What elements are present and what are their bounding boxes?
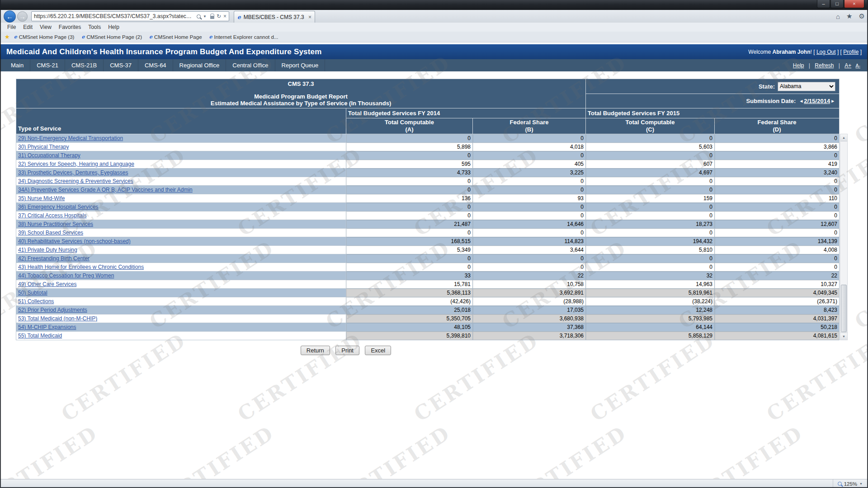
tab-close-icon[interactable]: × xyxy=(308,14,311,20)
table-row: 50) Subtotal5,368,1133,692,8915,819,9614… xyxy=(16,289,840,297)
service-link[interactable]: 32) Services for Speech, Hearing and Lan… xyxy=(18,161,134,167)
stop-icon[interactable]: × xyxy=(223,13,226,19)
menu-item-tools[interactable]: Tools xyxy=(85,24,104,30)
value-cell: 22 xyxy=(715,272,840,280)
scrollbar-down-button[interactable]: ▼ xyxy=(840,333,847,340)
address-bar[interactable]: https://65.220.21.9/MBESCBES/CMS37/CMS37… xyxy=(31,11,229,21)
service-link[interactable]: 52) Prior Period Adjustments xyxy=(18,307,87,313)
service-link[interactable]: 34) Diagnostic Screening & Preventive Se… xyxy=(18,178,133,184)
home-icon[interactable]: ⌂ xyxy=(836,13,840,20)
nav-item-cms-21[interactable]: CMS-21 xyxy=(30,59,65,71)
favorites-item-label: Internet Explorer cannot d... xyxy=(214,34,278,40)
favorites-star-icon[interactable]: ★ xyxy=(5,33,10,40)
back-button[interactable]: ← xyxy=(4,10,16,23)
favorites-bar-item[interactable]: eCMSnet Home Page xyxy=(149,34,202,40)
nav-item-cms-37[interactable]: CMS-37 xyxy=(104,59,138,71)
window-titlebar: – □ × xyxy=(0,0,868,10)
menu-item-file[interactable]: File xyxy=(4,24,19,30)
service-link[interactable]: 40) Rehabilitative Services (non-school-… xyxy=(18,238,131,244)
service-link[interactable]: 34A) Preventive Services Grade A OR B, A… xyxy=(18,187,193,193)
favorites-bar-item[interactable]: eCMSnet Home Page (2) xyxy=(81,34,142,40)
service-link[interactable]: 39) School Based Services xyxy=(18,230,83,236)
fy2015-group-header: Total Budgeted Services FY 2015 xyxy=(586,108,840,118)
minimize-icon: – xyxy=(822,1,825,6)
browser-tab[interactable]: e MBES/CBES - CMS 37.3 × xyxy=(234,11,315,23)
service-link[interactable]: 53) Total Medicaid (non-M-CHIP) xyxy=(18,315,97,322)
scrollbar-thumb[interactable] xyxy=(841,285,847,332)
service-link[interactable]: 37) Critical Access Hospitals xyxy=(18,212,86,219)
service-link[interactable]: 43) Health Home for Enrollees w Chronic … xyxy=(18,264,144,270)
forward-button[interactable]: → xyxy=(17,11,28,22)
nav-item-central-office[interactable]: Central Office xyxy=(226,59,275,71)
service-link[interactable]: 35) Nurse Mid-Wife xyxy=(18,195,65,202)
back-arrow-icon: ← xyxy=(6,13,13,20)
refresh-link[interactable]: Refresh xyxy=(815,62,834,69)
column-header-d: Federal Share(D) xyxy=(715,118,840,134)
service-link[interactable]: 29) Non-Emergency Medical Transportation xyxy=(18,135,123,141)
service-link[interactable]: 44) Tobacco Cessation for Preg Women xyxy=(18,272,114,279)
submission-date-link[interactable]: 2/15/2014 xyxy=(804,98,830,104)
service-link[interactable]: 54) M-CHIP Expansions xyxy=(18,324,76,330)
minimize-button[interactable]: – xyxy=(817,0,830,8)
next-date-icon[interactable]: ► xyxy=(830,99,835,103)
column-header-b: Federal Share(B) xyxy=(473,118,586,134)
settings-gear-icon[interactable]: ⚙ xyxy=(859,12,865,20)
return-button[interactable]: Return xyxy=(301,346,330,355)
value-cell: 48,105 xyxy=(346,323,473,332)
close-button[interactable]: × xyxy=(844,0,864,8)
value-cell: 3,866 xyxy=(715,143,840,151)
submission-date-label: Submission Date: xyxy=(746,98,796,104)
refresh-icon[interactable]: ↻ xyxy=(217,13,221,19)
value-cell: 64,144 xyxy=(586,323,715,332)
value-cell: 15,781 xyxy=(346,280,473,289)
menu-item-edit[interactable]: Edit xyxy=(19,24,36,30)
zoom-control[interactable]: 125% ▼ xyxy=(833,479,868,488)
service-link[interactable]: 33) Prosthetic Devices, Dentures, Eyegla… xyxy=(18,169,128,176)
profile-link[interactable]: Profile xyxy=(843,49,859,55)
nav-item-cms-21b[interactable]: CMS-21B xyxy=(65,59,104,71)
service-link[interactable]: 38) Nurse Practitioner Services xyxy=(18,221,93,227)
service-link[interactable]: 36) Emergency Hospital Services xyxy=(18,204,98,210)
font-increase-link[interactable]: A+ xyxy=(844,62,851,69)
service-link[interactable]: 51) Collections xyxy=(18,298,54,305)
value-cell: 0 xyxy=(715,134,840,143)
menu-item-help[interactable]: Help xyxy=(104,24,123,30)
nav-item-regional-office[interactable]: Regional Office xyxy=(173,59,226,71)
logout-link[interactable]: Log Out xyxy=(816,49,836,55)
table-scrollbar[interactable]: ▲ ▼ xyxy=(840,134,848,340)
state-select[interactable]: Alabama xyxy=(778,82,835,91)
nav-item-cms-64[interactable]: CMS-64 xyxy=(138,59,173,71)
help-link[interactable]: Help xyxy=(793,62,804,69)
favorites-bar-item[interactable]: eCMSnet Home Page (3) xyxy=(14,34,75,40)
service-link[interactable]: 50) Subtotal xyxy=(18,290,47,296)
service-link[interactable]: 49) Other Care Services xyxy=(18,281,76,287)
menu-item-view[interactable]: View xyxy=(36,24,55,30)
nav-item-main[interactable]: Main xyxy=(5,59,30,71)
table-row: 36) Emergency Hospital Services0000 xyxy=(16,203,840,211)
address-dropdown-icon[interactable]: ▼ xyxy=(203,14,207,19)
value-cell: 5,898 xyxy=(346,143,473,151)
font-decrease-link[interactable]: A- xyxy=(856,63,861,68)
menu-item-favorites[interactable]: Favorites xyxy=(55,24,85,30)
scrollbar-up-button[interactable]: ▲ xyxy=(840,134,847,141)
excel-button[interactable]: Excel xyxy=(365,346,391,355)
value-cell: 0 xyxy=(346,203,473,211)
favorites-bar-item[interactable]: eInternet Explorer cannot d... xyxy=(209,34,278,40)
maximize-button[interactable]: □ xyxy=(830,0,844,8)
nav-item-report-queue[interactable]: Report Queue xyxy=(275,59,326,71)
print-button[interactable]: Print xyxy=(335,346,359,355)
value-cell: 33 xyxy=(346,272,473,280)
value-cell: 4,049,345 xyxy=(715,289,840,297)
service-cell: 29) Non-Emergency Medical Transportation xyxy=(16,134,346,143)
favorites-icon[interactable]: ★ xyxy=(846,12,852,20)
value-cell: 0 xyxy=(715,263,840,272)
service-link[interactable]: 42) Freestanding Birth Center xyxy=(18,255,90,262)
service-link[interactable]: 30) Physical Therapy xyxy=(18,144,69,150)
service-link[interactable]: 41) Private Duty Nursing xyxy=(18,247,77,253)
service-link[interactable]: 55) Total Medicaid xyxy=(18,333,62,339)
zoom-level: 125% xyxy=(844,481,857,487)
zoom-caret-icon: ▼ xyxy=(859,482,863,485)
search-icon[interactable] xyxy=(197,14,201,19)
service-link[interactable]: 31) Occupational Therapy xyxy=(18,152,80,159)
previous-date-icon[interactable]: ◄ xyxy=(799,99,803,103)
